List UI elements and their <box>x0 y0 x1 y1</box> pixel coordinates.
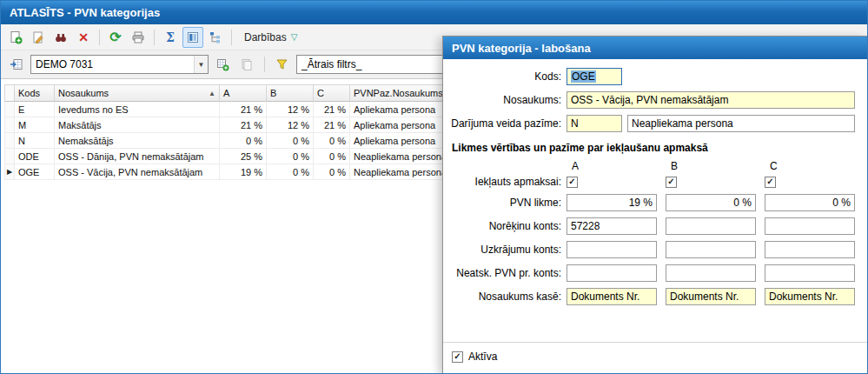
ieklauts-checkbox-b[interactable]: ✓ <box>666 177 677 188</box>
add-table-icon <box>215 57 229 71</box>
printer-icon <box>131 30 145 44</box>
neatsk-label: Neatsk. PVN pr. konts: <box>450 267 567 279</box>
tree-icon <box>209 30 222 44</box>
edit-dialog: PVN kategorija - labošana Kods: OGE Nosa… <box>442 36 867 373</box>
ieklauts-checkbox-a[interactable]: ✓ <box>567 177 578 188</box>
edit-icon <box>31 30 45 44</box>
company-select[interactable]: DEMO 7031 ▼ <box>30 55 209 74</box>
uzkrajumu-field-c[interactable] <box>765 241 855 258</box>
window-title: ATLASĪTS - PVN kategorijas <box>10 6 160 19</box>
print-button[interactable] <box>128 27 149 48</box>
pazime-text-field[interactable]: Neapliekama persona <box>627 115 855 132</box>
load-grid-icon <box>10 57 23 71</box>
column-header-b[interactable]: B <box>267 84 314 102</box>
kase-field-a[interactable]: Dokuments Nr. <box>567 288 657 305</box>
toolbar-separator <box>264 57 265 72</box>
table-header-row: Kods Nosaukums ▲ A B C PVNPaz.Nosaukums <box>4 84 445 102</box>
ieklauts-label: Iekļauts apmaksai: <box>450 176 567 188</box>
kods-label: Kods: <box>450 70 567 83</box>
delete-icon: ✕ <box>78 31 89 43</box>
pazime-code-field[interactable]: N <box>567 115 622 132</box>
dialog-title: PVN kategorija - labošana <box>452 42 591 55</box>
binoculars-icon <box>54 30 68 44</box>
view-record-button[interactable] <box>50 27 71 48</box>
neatsk-field-b[interactable] <box>666 264 756 282</box>
header-gutter <box>4 84 15 102</box>
pazime-label: Darījuma veida pazīme: <box>450 117 567 130</box>
refresh-icon: ⟳ <box>109 30 121 44</box>
nosaukums-field[interactable]: OSS - Vācija, PVN nemaksātājam <box>567 91 855 109</box>
actions-menu-button[interactable]: Darbības ▽ <box>244 31 297 43</box>
filter-funnel-icon <box>275 57 289 71</box>
column-header-pvnpaz[interactable]: PVNPaz.Nosaukums <box>350 84 445 102</box>
table-row[interactable]: ODE OSS - Dānija, PVN nemaksātājam 25 % … <box>4 149 445 164</box>
norekinu-field-a[interactable]: 57228 <box>567 217 657 235</box>
check-icon: ✓ <box>766 177 773 186</box>
sigma-icon: Σ <box>166 31 175 43</box>
load-data-button[interactable] <box>6 54 27 75</box>
kase-field-c[interactable]: Dokuments Nr. <box>765 288 855 305</box>
likme-label: PVN likme: <box>450 197 567 209</box>
sum-button[interactable]: Σ <box>160 27 181 48</box>
toolbar-separator <box>154 30 155 45</box>
column-b-label: B <box>671 160 761 172</box>
categories-table: Kods Nosaukums ▲ A B C PVNPaz.Nosaukums … <box>4 84 445 180</box>
norekinu-label: Norēķinu konts: <box>450 220 567 232</box>
company-value: DEMO 7031 <box>31 58 194 70</box>
rate-column-headers: A B C <box>572 160 858 172</box>
norekinu-field-c[interactable] <box>765 217 855 235</box>
columns-view-button[interactable] <box>182 27 203 48</box>
current-row-marker-icon: ▶ <box>7 168 12 176</box>
table-row[interactable]: E Ievedums no ES 21 % 12 % 21 % Apliekam… <box>4 102 445 117</box>
sort-asc-icon: ▲ <box>209 90 215 97</box>
window-titlebar: ATLASĪTS - PVN kategorijas <box>1 1 867 24</box>
uzkrajumu-label: Uzkrājumu konts: <box>450 244 567 256</box>
kase-label: Nosaukums kasē: <box>450 291 567 303</box>
new-record-button[interactable] <box>5 27 26 48</box>
likme-field-b[interactable]: 0 % <box>666 194 756 211</box>
add-table-button[interactable] <box>212 54 233 75</box>
ieklauts-checkbox-c[interactable]: ✓ <box>765 177 776 188</box>
neatsk-field-a[interactable] <box>567 264 657 282</box>
column-header-nosaukums[interactable]: Nosaukums ▲ <box>55 84 220 102</box>
company-dropdown-arrow[interactable]: ▼ <box>194 56 208 73</box>
filter-button[interactable] <box>272 54 293 75</box>
table-row[interactable]: N Nemaksātājs 0 % 0 % 0 % Apliekama pers… <box>4 133 445 149</box>
app-window: ATLASĪTS - PVN kategorijas ✕ ⟳ Σ <box>0 0 868 374</box>
likme-field-a[interactable]: 19 % <box>567 194 657 211</box>
columns-icon <box>186 30 200 44</box>
uzkrajumu-field-b[interactable] <box>666 241 756 258</box>
catalog-button[interactable] <box>236 54 257 75</box>
kase-field-b[interactable]: Dokuments Nr. <box>666 288 756 305</box>
rates-group-title: Likmes vērtības un pazīme par iekļaušanu… <box>452 142 858 154</box>
neatsk-field-c[interactable] <box>765 264 855 282</box>
uzkrajumu-field-a[interactable] <box>567 241 657 258</box>
dialog-body: Kods: OGE Nosaukums: OSS - Vācija, PVN n… <box>443 59 867 342</box>
table-row-selected[interactable]: ▶ OGE OSS - Vācija, PVN nemaksātājam 19 … <box>4 164 445 180</box>
column-header-c[interactable]: C <box>314 84 350 102</box>
check-icon: ✓ <box>568 177 575 186</box>
dialog-footer: ✓ Aktīva <box>443 342 867 373</box>
column-c-label: C <box>770 160 860 172</box>
likme-field-c[interactable]: 0 % <box>765 194 855 211</box>
delete-record-button[interactable]: ✕ <box>73 27 94 48</box>
column-header-kods[interactable]: Kods <box>15 84 55 102</box>
aktiva-checkbox[interactable]: ✓ <box>452 351 463 363</box>
column-a-label: A <box>572 160 662 172</box>
check-icon: ✓ <box>667 177 674 186</box>
norekinu-field-b[interactable] <box>666 217 756 235</box>
table-row[interactable]: M Maksātājs 21 % 12 % 21 % Apliekama per… <box>4 117 445 133</box>
kods-selected-text: OGE <box>571 70 596 83</box>
dialog-titlebar: PVN kategorija - labošana <box>443 37 867 59</box>
actions-label: Darbības <box>244 31 287 43</box>
column-header-a[interactable]: A <box>220 84 267 102</box>
toolbar-separator <box>99 30 100 45</box>
aktiva-label: Aktīva <box>468 351 497 363</box>
nosaukums-label: Nosaukums: <box>450 94 567 106</box>
book-icon <box>240 57 254 71</box>
check-icon: ✓ <box>454 352 461 361</box>
refresh-button[interactable]: ⟳ <box>105 27 126 48</box>
kods-field[interactable]: OGE <box>567 68 622 85</box>
edit-record-button[interactable] <box>28 27 49 48</box>
tree-view-button[interactable] <box>205 27 226 48</box>
